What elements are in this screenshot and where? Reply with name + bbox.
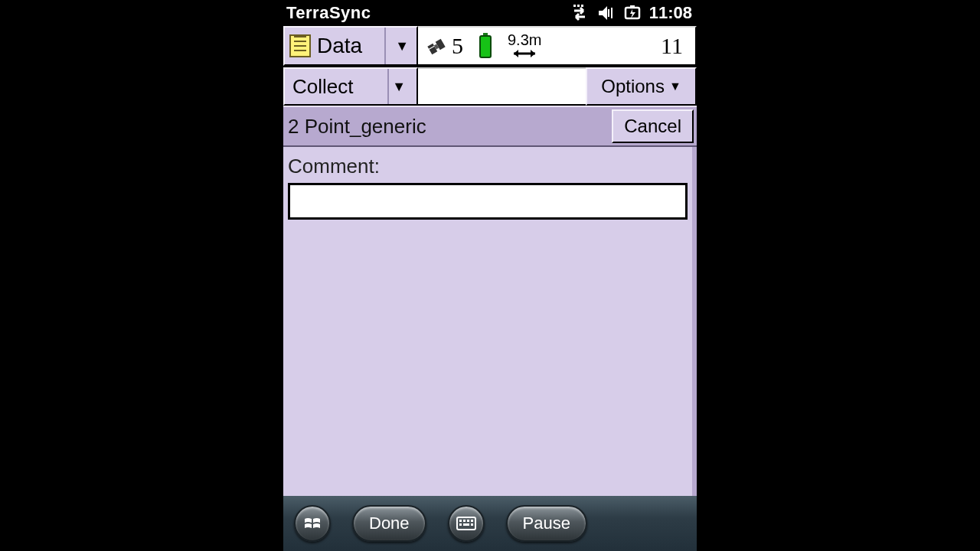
accuracy-arrow-icon bbox=[511, 47, 538, 60]
chevron-down-icon: ▼ bbox=[669, 80, 681, 93]
options-menu-button[interactable]: Options ▼ bbox=[586, 67, 697, 106]
cancel-button[interactable]: Cancel bbox=[612, 109, 694, 143]
collect-label: Collect bbox=[292, 75, 353, 99]
gps-status-panel: 5 9.3m 11 bbox=[418, 26, 697, 66]
power-icon bbox=[623, 5, 642, 21]
svg-point-14 bbox=[303, 514, 322, 533]
feature-title: 2 Point_generic bbox=[288, 115, 426, 139]
svg-rect-17 bbox=[463, 520, 466, 522]
start-button[interactable] bbox=[294, 505, 331, 542]
svg-rect-12 bbox=[480, 36, 491, 57]
logged-positions-count: 11 bbox=[661, 33, 689, 59]
svg-rect-1 bbox=[577, 5, 580, 7]
satellite-icon bbox=[424, 34, 449, 59]
pause-button[interactable]: Pause bbox=[506, 505, 587, 542]
collect-menu-button[interactable]: Collect ▼ bbox=[283, 67, 418, 106]
data-label: Data bbox=[317, 34, 362, 58]
system-bottom-bar: Done Pause bbox=[283, 496, 697, 551]
keyboard-button[interactable] bbox=[448, 505, 485, 542]
keyboard-icon bbox=[456, 517, 476, 530]
cancel-label: Cancel bbox=[624, 116, 681, 137]
satellite-count: 5 bbox=[452, 33, 463, 59]
attribute-form: Comment: bbox=[283, 147, 697, 496]
clock: 11:08 bbox=[649, 3, 694, 23]
svg-rect-19 bbox=[471, 520, 473, 522]
battery-icon bbox=[477, 33, 494, 59]
windows-icon bbox=[302, 514, 322, 533]
device-screen: TerraSync 11:08 bbox=[283, 0, 697, 551]
main-toolbar: Data ▼ 5 bbox=[283, 26, 697, 67]
app-title: TerraSync bbox=[286, 3, 371, 23]
accuracy-value: 9.3m bbox=[508, 32, 541, 47]
toolbar-spacer bbox=[418, 67, 586, 106]
done-label: Done bbox=[369, 514, 410, 533]
comment-label: Comment: bbox=[288, 155, 688, 178]
feature-header: 2 Point_generic Cancel bbox=[283, 106, 697, 147]
svg-rect-16 bbox=[459, 520, 462, 522]
volume-icon bbox=[597, 5, 616, 21]
svg-rect-21 bbox=[463, 523, 469, 526]
connectivity-icon bbox=[570, 5, 590, 21]
svg-rect-22 bbox=[471, 523, 473, 526]
data-menu-button[interactable]: Data ▼ bbox=[283, 26, 418, 66]
svg-rect-20 bbox=[459, 523, 462, 526]
svg-rect-18 bbox=[467, 520, 469, 522]
svg-rect-6 bbox=[630, 5, 635, 8]
chevron-down-icon: ▼ bbox=[389, 79, 409, 95]
comment-input[interactable] bbox=[288, 183, 688, 220]
pause-label: Pause bbox=[523, 514, 570, 533]
system-statusbar: TerraSync 11:08 bbox=[283, 0, 697, 26]
svg-rect-0 bbox=[573, 5, 576, 7]
done-button[interactable]: Done bbox=[352, 505, 426, 542]
options-label: Options bbox=[601, 76, 665, 97]
chevron-down-icon: ▼ bbox=[392, 38, 412, 54]
data-page-icon bbox=[289, 34, 311, 57]
svg-rect-2 bbox=[581, 5, 583, 7]
secondary-toolbar: Collect ▼ Options ▼ bbox=[283, 67, 697, 106]
